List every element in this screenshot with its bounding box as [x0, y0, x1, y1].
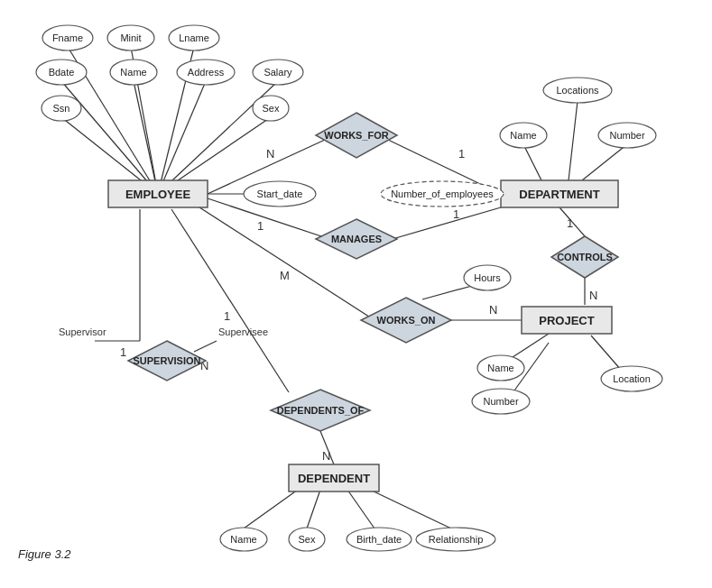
rel-manages-label: MANAGES — [331, 234, 382, 244]
attr-bdate-label: Bdate — [49, 67, 75, 78]
svg-line-3 — [61, 81, 158, 194]
attr-name-dep-label: Name — [230, 534, 256, 545]
figure-label: Figure 3.2 — [18, 547, 71, 561]
cardinality-controls-1: 1 — [567, 216, 573, 230]
attr-locations-label: Locations — [556, 85, 599, 96]
cardinality-supervision-1: 1 — [120, 345, 126, 359]
cardinality-works-for-1: 1 — [458, 147, 465, 161]
rel-supervision-label: SUPERVISION — [134, 355, 201, 366]
svg-line-29 — [194, 341, 217, 352]
entity-dependent-label: DEPENDENT — [298, 472, 370, 485]
entity-employee-label: EMPLOYEE — [125, 188, 191, 201]
svg-line-32 — [244, 490, 298, 528]
diagram-container: N 1 1 1 1 N M — [0, 0, 712, 568]
svg-line-13 — [393, 207, 501, 239]
attr-name-dept-label: Name — [510, 130, 536, 141]
cardinality-manages-dept: 1 — [453, 207, 459, 221]
attr-fname-label: Fname — [52, 32, 83, 43]
attr-salary-label: Salary — [264, 67, 292, 78]
attr-address-label: Address — [188, 67, 225, 78]
attr-number-dept-label: Number — [609, 130, 644, 141]
rel-works-on-label: WORKS_ON — [377, 315, 436, 326]
attr-relationship-label: Relationship — [429, 534, 484, 545]
svg-line-24 — [510, 334, 549, 359]
cardinality-works-for-n: N — [266, 147, 274, 161]
svg-line-33 — [307, 490, 320, 528]
cardinality-controls-n: N — [589, 289, 597, 302]
er-diagram: N 1 1 1 1 N M — [0, 0, 712, 568]
attr-number-proj-label: Number — [483, 396, 518, 407]
label-supervisor: Supervisor — [59, 326, 106, 337]
attr-hours-label: Hours — [474, 272, 501, 283]
svg-line-26 — [591, 335, 621, 370]
cardinality-dependents-1: 1 — [224, 309, 230, 323]
svg-line-18 — [569, 101, 578, 180]
attr-sex-label: Sex — [263, 103, 280, 114]
attr-minit-label: Minit — [120, 32, 141, 43]
cardinality-works-on-m: M — [280, 269, 290, 282]
entity-project-label: PROJECT — [539, 314, 594, 327]
cardinality-manages-emp: 1 — [257, 219, 264, 233]
attr-location-proj-label: Location — [613, 373, 651, 384]
label-supervisee: Supervisee — [218, 326, 268, 337]
attr-name-proj-label: Name — [487, 363, 513, 373]
cardinality-works-on-n: N — [489, 303, 497, 317]
svg-line-16 — [523, 144, 541, 180]
attr-sex-dep-label: Sex — [299, 534, 316, 545]
attr-ssn-label: Ssn — [53, 103, 70, 114]
rel-dependents-of-label: DEPENDENTS_OF — [277, 405, 365, 416]
rel-works-for-label: WORKS_FOR — [324, 130, 389, 141]
attr-birth-date-label: Birth_date — [356, 534, 402, 545]
rel-controls-label: CONTROLS — [557, 252, 613, 262]
entity-department-label: DEPARTMENT — [519, 188, 599, 201]
attr-start-date-label: Start_date — [257, 188, 303, 199]
svg-line-35 — [370, 490, 451, 528]
svg-line-34 — [347, 490, 374, 528]
attr-lname-label: Lname — [179, 32, 209, 43]
cardinality-dependents-n: N — [322, 449, 330, 463]
attr-name-emp-label: Name — [120, 67, 146, 78]
svg-line-17 — [582, 144, 627, 180]
attr-num-employees-label: Number_of_employees — [391, 188, 494, 199]
